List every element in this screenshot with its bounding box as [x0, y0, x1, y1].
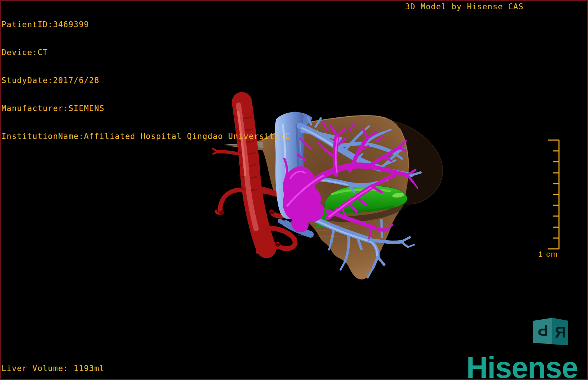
cube-letter-right: R: [555, 323, 566, 341]
patient-info-overlay: PatientID:3469399 Device:CT StudyDate:20…: [1, 1, 290, 160]
viewer-canvas[interactable]: 1 cm P R PatientID:3469399 Device:CT Stu…: [0, 0, 588, 380]
liver-volume-label: Liver Volume: 1193ml: [1, 364, 105, 373]
institution-line: InstitutionName:Affiliated Hospital Qing…: [1, 132, 290, 141]
watermark-title: 3D Model by Hisense CAS: [405, 2, 524, 12]
scale-bar-label: 1 cm: [538, 250, 558, 258]
orientation-cube[interactable]: P R: [533, 318, 568, 345]
patient-id-line: PatientID:3469399: [1, 20, 290, 29]
device-line: Device:CT: [1, 48, 290, 57]
scale-bar: [548, 140, 559, 249]
manufacturer-line: Manufacturer:SIEMENS: [1, 104, 290, 113]
study-date-line: StudyDate:2017/6/28: [1, 76, 290, 85]
cube-letter-posterior: P: [538, 322, 548, 339]
hisense-logo: Hisense: [466, 351, 578, 380]
